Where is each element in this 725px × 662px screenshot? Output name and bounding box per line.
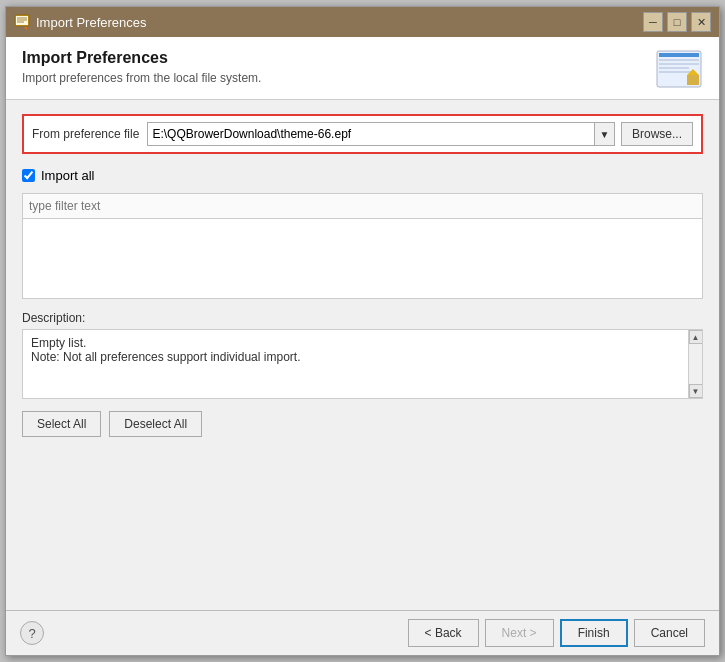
title-bar: Import Preferences ─ □ ✕ bbox=[6, 7, 719, 37]
back-button[interactable]: < Back bbox=[408, 619, 479, 647]
select-buttons-row: Select All Deselect All bbox=[22, 411, 703, 437]
import-preferences-window: Import Preferences ─ □ ✕ Import Preferen… bbox=[5, 6, 720, 656]
svg-rect-12 bbox=[687, 75, 699, 85]
header-section: Import Preferences Import preferences fr… bbox=[6, 37, 719, 100]
file-label: From preference file bbox=[32, 127, 139, 141]
close-button[interactable]: ✕ bbox=[691, 12, 711, 32]
description-label: Description: bbox=[22, 311, 703, 325]
description-line1: Empty list. bbox=[31, 336, 676, 350]
next-button[interactable]: Next > bbox=[485, 619, 554, 647]
scroll-up-icon[interactable]: ▲ bbox=[689, 330, 703, 344]
minimize-button[interactable]: ─ bbox=[643, 12, 663, 32]
header-icon bbox=[655, 49, 703, 89]
description-line2: Note: Not all preferences support indivi… bbox=[31, 350, 676, 364]
import-all-checkbox[interactable] bbox=[22, 169, 35, 182]
svg-rect-7 bbox=[659, 53, 699, 57]
help-button[interactable]: ? bbox=[20, 621, 44, 645]
svg-rect-11 bbox=[659, 71, 694, 73]
import-all-label[interactable]: Import all bbox=[41, 168, 94, 183]
maximize-button[interactable]: □ bbox=[667, 12, 687, 32]
cancel-button[interactable]: Cancel bbox=[634, 619, 705, 647]
deselect-all-button[interactable]: Deselect All bbox=[109, 411, 202, 437]
select-all-button[interactable]: Select All bbox=[22, 411, 101, 437]
svg-marker-5 bbox=[24, 27, 27, 30]
filter-input[interactable] bbox=[22, 193, 703, 219]
header-text: Import Preferences Import preferences fr… bbox=[22, 49, 261, 85]
import-all-row: Import all bbox=[22, 168, 703, 183]
scroll-down-icon[interactable]: ▼ bbox=[689, 384, 703, 398]
svg-rect-10 bbox=[659, 67, 689, 69]
finish-button[interactable]: Finish bbox=[560, 619, 628, 647]
file-row: From preference file E:\QQBrowerDownload… bbox=[22, 114, 703, 154]
dialog-content: From preference file E:\QQBrowerDownload… bbox=[6, 100, 719, 610]
dialog-footer: ? < Back Next > Finish Cancel bbox=[6, 610, 719, 655]
preferences-list[interactable] bbox=[22, 219, 703, 299]
browse-button[interactable]: Browse... bbox=[621, 122, 693, 146]
svg-rect-8 bbox=[659, 59, 699, 61]
dialog-subtitle: Import preferences from the local file s… bbox=[22, 71, 261, 85]
dropdown-arrow-icon[interactable]: ▼ bbox=[595, 122, 615, 146]
svg-rect-1 bbox=[16, 16, 28, 25]
footer-buttons: < Back Next > Finish Cancel bbox=[408, 619, 705, 647]
file-dropdown[interactable]: E:\QQBrowerDownload\theme-66.epf bbox=[147, 122, 595, 146]
file-input-wrap: E:\QQBrowerDownload\theme-66.epf ▼ Brows… bbox=[147, 122, 693, 146]
title-bar-buttons: ─ □ ✕ bbox=[643, 12, 711, 32]
window-icon bbox=[14, 14, 30, 30]
dialog-title: Import Preferences bbox=[22, 49, 261, 67]
description-box: Empty list. Note: Not all preferences su… bbox=[22, 329, 703, 399]
title-bar-text: Import Preferences bbox=[36, 15, 643, 30]
description-scrollbar: ▲ ▼ bbox=[688, 330, 702, 398]
svg-rect-9 bbox=[659, 63, 699, 65]
